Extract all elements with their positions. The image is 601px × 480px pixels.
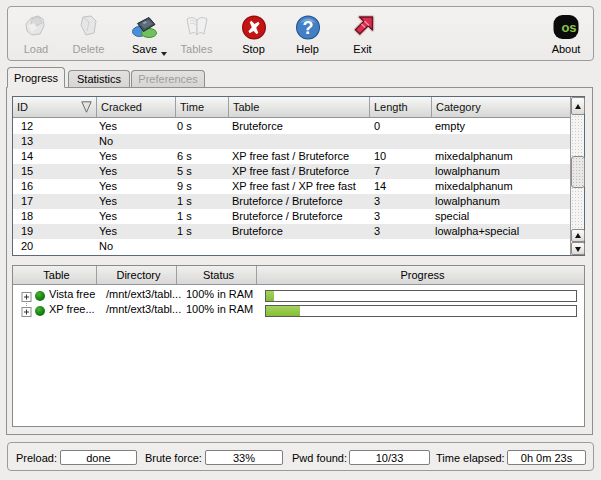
svg-text:?: ? [302, 18, 313, 38]
svg-text:os: os [561, 20, 576, 35]
